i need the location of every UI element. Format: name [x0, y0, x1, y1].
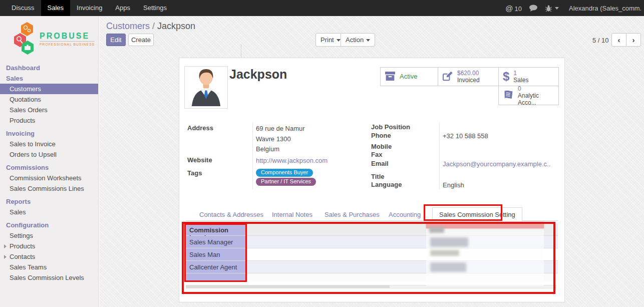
sidebar-item-label: Contacts	[10, 253, 35, 260]
sales-count: 1	[513, 70, 528, 77]
breadcrumb-separator: /	[152, 21, 155, 31]
commission-level-cell[interactable]: Callcenter Agent	[186, 261, 246, 273]
top-navbar: Discuss Sales Invoicing Apps Settings @ …	[0, 0, 644, 16]
phone-value: +32 10 588 558	[443, 132, 488, 140]
sidebar-item-orders-to-upsell[interactable]: Orders to Upsell	[0, 149, 98, 160]
chevron-down-icon	[555, 7, 559, 10]
customer-photo	[184, 66, 228, 109]
dollar-icon: $	[503, 71, 509, 83]
sidebar-nav: Dashboard Sales Customers Quotations Sal…	[0, 60, 98, 283]
probuse-logo-icon	[14, 22, 37, 56]
website-label: Website	[187, 156, 212, 164]
user-menu[interactable]: Alexandra (Sales_comm..	[566, 3, 641, 13]
fax-label: Fax	[371, 151, 382, 158]
notebook-tabs: Contacts & Addresses Internal Notes Sale…	[186, 207, 558, 221]
menu-invoicing[interactable]: Invoicing	[70, 0, 109, 16]
tab-sales-purchases[interactable]: Sales & Purchases	[325, 211, 380, 218]
messages-icon[interactable]	[529, 5, 538, 12]
language-value: English	[443, 181, 464, 189]
redacted-value	[429, 227, 444, 233]
website-link[interactable]: http://www.jackpson.com	[256, 157, 328, 164]
sidebar-item-sales-commissions-lines[interactable]: Sales Commissions Lines	[0, 183, 98, 194]
sidebar-item-reports-sales[interactable]: Sales	[0, 207, 98, 217]
panel-divider	[241, 44, 241, 58]
email-link[interactable]: Jackpson@yourcompany.example.c..	[443, 160, 550, 168]
sidebar-item-config-products[interactable]: Products	[0, 241, 98, 251]
field-group-divider	[252, 122, 253, 189]
breadcrumb-customers-link[interactable]: Customers	[106, 21, 150, 31]
edit-invoice-icon	[442, 71, 453, 83]
customer-form-sheet: Jackpson Active $620.00 Invoice	[179, 58, 565, 302]
left-sidebar: PROBUSE PROFESSIONAL BUSINESS Dashboard …	[0, 16, 99, 307]
breadcrumb-current: Jackpson	[157, 21, 195, 31]
menu-apps[interactable]: Apps	[109, 0, 137, 16]
breadcrumb: Customers / Jackpson	[106, 21, 195, 32]
nav-header-commissions[interactable]: Commissions	[0, 160, 98, 173]
sales-label: Sales	[513, 77, 528, 84]
analytic-label: Analytic Acco...	[518, 92, 554, 106]
book-icon	[503, 90, 514, 101]
address-line-2: Wavre 1300	[256, 135, 291, 143]
main-content: Customers / Jackpson Edit Create Print A…	[99, 16, 644, 307]
field-group-divider	[439, 122, 440, 189]
sidebar-item-products[interactable]: Products	[0, 115, 98, 126]
tab-internal-notes[interactable]: Internal Notes	[272, 211, 312, 218]
phone-label: Phone	[371, 132, 391, 139]
menu-settings[interactable]: Settings	[137, 0, 173, 16]
commission-level-cell[interactable]: Sales Man	[186, 248, 246, 260]
menu-discuss[interactable]: Discuss	[5, 0, 41, 16]
debug-bug-icon[interactable]	[545, 5, 559, 12]
commission-level-cell[interactable]	[186, 273, 246, 282]
redacted-value	[430, 250, 459, 256]
pager-next-button[interactable]: ›	[626, 33, 641, 47]
tag-components-buyer: Components Buyer	[256, 169, 313, 177]
nav-header-reports[interactable]: Reports	[0, 194, 98, 207]
action-label: Action	[346, 36, 364, 44]
sidebar-item-quotations[interactable]: Quotations	[0, 94, 98, 105]
print-label: Print	[320, 36, 334, 44]
expand-arrow-icon[interactable]	[4, 255, 7, 259]
action-dropdown-button[interactable]: Action	[341, 33, 375, 47]
email-label: Email	[371, 160, 389, 167]
chevron-down-icon	[337, 39, 341, 42]
language-label: Language	[371, 181, 402, 188]
sidebar-item-config-contacts[interactable]: Contacts	[0, 251, 98, 262]
brand-tagline: PROFESSIONAL BUSINESS	[40, 41, 95, 46]
nav-header-configuration[interactable]: Configuration	[0, 217, 98, 230]
sidebar-item-customers[interactable]: Customers	[0, 84, 98, 94]
active-stat-button[interactable]: Active	[380, 67, 438, 86]
title-label: Title	[371, 173, 385, 180]
expand-arrow-icon[interactable]	[4, 244, 7, 248]
tab-sales-commission-setting[interactable]: Sales Commission Setting	[432, 207, 522, 221]
sales-stat-button[interactable]: $ 1 Sales	[498, 67, 559, 86]
sidebar-item-sales-teams[interactable]: Sales Teams	[0, 262, 98, 272]
user-name: Alexandra (Sales_comm..	[569, 5, 641, 12]
pager-previous-button[interactable]: ‹	[611, 33, 626, 47]
mobile-label: Mobile	[371, 143, 392, 150]
edit-button[interactable]: Edit	[106, 34, 126, 46]
mentions-counter[interactable]: @ 10	[505, 4, 522, 13]
commission-level-column-header[interactable]: Commission Level	[186, 224, 246, 235]
sidebar-item-commission-worksheets[interactable]: Commission Worksheets	[0, 173, 98, 183]
nav-header-invoicing[interactable]: Invoicing	[0, 126, 98, 139]
nav-header-dashboard[interactable]: Dashboard	[0, 60, 98, 73]
tab-accounting[interactable]: Accounting	[389, 211, 421, 218]
sidebar-item-sales-commission-levels[interactable]: Sales Commission Levels	[0, 272, 98, 283]
tab-contacts-addresses[interactable]: Contacts & Addresses	[199, 211, 263, 218]
sidebar-item-sales-orders[interactable]: Sales Orders	[0, 105, 98, 115]
scrollbar-handle[interactable]	[186, 285, 390, 288]
invoiced-label: Invoiced	[457, 77, 480, 84]
commission-level-cell[interactable]: Sales Manager	[186, 236, 246, 248]
create-button[interactable]: Create	[128, 34, 154, 46]
menu-sales[interactable]: Sales	[41, 0, 71, 16]
address-line-3: Belgium	[256, 145, 279, 153]
mention-count: 10	[515, 5, 522, 13]
sidebar-item-sales-to-invoice[interactable]: Sales to Invoice	[0, 139, 98, 149]
archive-icon	[385, 71, 396, 83]
invoiced-stat-button[interactable]: $620.00 Invoiced	[438, 67, 499, 86]
sidebar-item-settings[interactable]: Settings	[0, 230, 98, 241]
app-menu: Discuss Sales Invoicing Apps Settings	[0, 0, 173, 16]
analytic-count: 0	[518, 85, 554, 92]
nav-header-sales[interactable]: Sales	[0, 73, 98, 84]
analytic-accounts-stat-button[interactable]: 0 Analytic Acco...	[498, 86, 559, 105]
